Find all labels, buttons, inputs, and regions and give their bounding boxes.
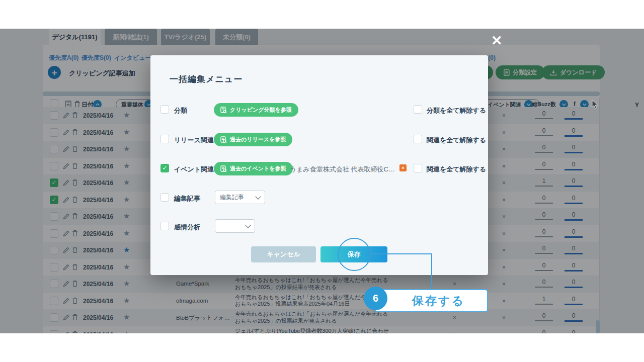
edited-article-checkbox[interactable]	[160, 193, 169, 202]
browse-release-label: 過去のリリースを参照	[230, 136, 286, 143]
event-checkbox[interactable]: ✓	[160, 164, 169, 172]
release-label: リリース関連	[174, 136, 214, 145]
event-label: イベント関連	[174, 165, 214, 174]
clear-release-label: 関連を全て解除する	[427, 136, 486, 145]
modal-title: 一括編集メニュー	[170, 73, 243, 85]
modal-row-release: リリース関連 過去のリリースを参照 関連を全て解除する	[150, 132, 488, 146]
edited-article-select-value: 編集記事	[220, 193, 244, 202]
browse-release-button[interactable]: 過去のリリースを参照	[214, 133, 292, 146]
modal-row-event: ✓ イベント関連 過去のイベントを参照 うまみ食堂株式会社 代表取締役C… × …	[150, 161, 488, 175]
modal-row-edited-article: 編集記事 編集記事	[150, 191, 488, 205]
screenshot-root: デジタル(1191) 新聞/雑誌(1) TV/ラジオ(25) 未分類(0) 優先…	[0, 0, 644, 362]
edited-article-label: 編集記事	[174, 194, 200, 203]
remove-event-icon[interactable]: ×	[399, 164, 407, 171]
tutorial-tooltip-label: 保存する	[412, 293, 465, 309]
chevron-down-icon	[245, 222, 251, 228]
category-checkbox[interactable]	[160, 105, 169, 114]
mouse-cursor	[592, 100, 599, 110]
sentiment-checkbox[interactable]	[160, 222, 169, 230]
document-search-icon	[220, 165, 227, 172]
browse-category-label: クリッピング分類を参照	[230, 106, 292, 114]
browse-category-button[interactable]: クリッピング分類を参照	[214, 103, 298, 117]
edited-article-select[interactable]: 編集記事	[215, 191, 265, 204]
tutorial-tooltip: 保存する	[375, 289, 488, 312]
modal-row-sentiment: 感情分析	[150, 219, 488, 233]
cancel-button[interactable]: キャンセル	[251, 246, 316, 262]
browse-event-label: 過去のイベントを参照	[230, 165, 286, 172]
document-search-icon	[220, 136, 227, 143]
save-highlight-circle	[338, 238, 371, 271]
step-badge: 6	[364, 287, 387, 310]
browse-event-button[interactable]: 過去のイベントを参照	[214, 162, 293, 175]
bulk-edit-modal: 一括編集メニュー 分類 クリッピング分類を参照 分類を全て解除する リリース関連…	[150, 55, 488, 275]
category-label: 分類	[174, 106, 187, 115]
clear-release-checkbox[interactable]	[414, 135, 422, 143]
sentiment-select[interactable]	[215, 219, 255, 233]
sentiment-label: 感情分析	[174, 223, 200, 232]
clear-event-label: 関連を全て解除する	[427, 165, 486, 174]
annotation-connector-vertical	[431, 253, 432, 290]
selected-event-value: うまみ食堂株式会社 代表取締役C…	[290, 165, 395, 174]
clear-event-checkbox[interactable]	[414, 164, 422, 172]
close-icon[interactable]: ✕	[491, 34, 503, 48]
clear-category-label: 分類を全て解除する	[427, 106, 486, 115]
clear-category-checkbox[interactable]	[414, 105, 422, 114]
document-search-icon	[220, 107, 227, 114]
release-checkbox[interactable]	[160, 135, 169, 143]
modal-row-category: 分類 クリッピング分類を参照 分類を全て解除する	[150, 103, 488, 117]
annotation-connector-horizontal	[371, 253, 432, 254]
chevron-down-icon	[255, 194, 261, 199]
